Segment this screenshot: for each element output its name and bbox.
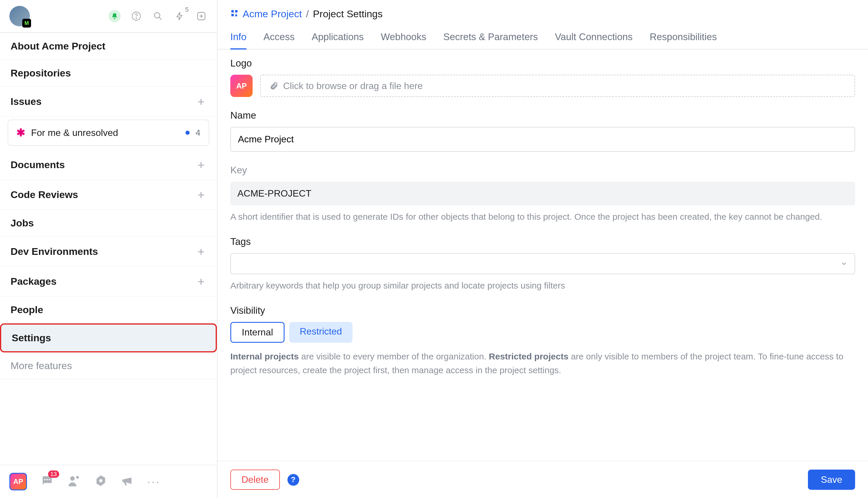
- search-button[interactable]: [152, 10, 164, 22]
- team-button[interactable]: [67, 474, 81, 489]
- logo-dropzone[interactable]: Click to browse or drag a file here: [260, 75, 855, 97]
- project-chip[interactable]: AP: [9, 473, 27, 490]
- sidebar-item-dev-environments[interactable]: Dev Environments＋: [0, 237, 217, 266]
- visibility-restricted[interactable]: Restricted: [289, 322, 352, 343]
- issues-filter-for-me[interactable]: ✱ For me & unresolved 4: [8, 119, 209, 146]
- svg-point-6: [49, 479, 50, 480]
- sidebar-item-label: About Acme Project: [11, 40, 105, 52]
- plus-icon[interactable]: ＋: [196, 244, 206, 259]
- announce-button[interactable]: [121, 474, 134, 489]
- sidebar-item-people[interactable]: People: [0, 297, 217, 324]
- sidebar-item-code-reviews[interactable]: Code Reviews＋: [0, 180, 217, 210]
- visibility-label: Visibility: [230, 305, 855, 316]
- hexagon-icon: [94, 474, 107, 487]
- tab-webhooks[interactable]: Webhooks: [381, 31, 426, 49]
- plus-icon[interactable]: ＋: [196, 187, 206, 202]
- tab-info[interactable]: Info: [230, 31, 246, 50]
- megaphone-icon: [121, 474, 134, 487]
- help-button[interactable]: [130, 10, 142, 22]
- settings-cog-button[interactable]: [94, 474, 107, 489]
- add-button[interactable]: [195, 10, 207, 22]
- svg-point-1: [136, 18, 137, 18]
- main-panel: Acme Project / Project Settings Info Acc…: [218, 0, 868, 498]
- plus-icon[interactable]: ＋: [196, 94, 206, 109]
- sidebar-item-label: More features: [11, 360, 72, 371]
- sidebar-item-about[interactable]: About Acme Project: [0, 33, 217, 60]
- tab-access[interactable]: Access: [263, 31, 295, 49]
- asterisk-icon: ✱: [16, 127, 25, 139]
- avatar-badge: M: [22, 19, 31, 28]
- chats-button[interactable]: 13: [40, 474, 54, 489]
- sidebar-item-label: Packages: [11, 276, 56, 287]
- key-help: A short identifier that is used to gener…: [230, 210, 855, 223]
- svg-point-7: [70, 476, 75, 481]
- sidebar-item-label: Issues: [11, 96, 42, 107]
- visibility-internal[interactable]: Internal: [230, 322, 285, 343]
- breadcrumb: Acme Project / Project Settings: [230, 8, 855, 19]
- sidebar-item-settings[interactable]: Settings: [0, 324, 217, 352]
- name-input[interactable]: [230, 127, 855, 152]
- user-avatar[interactable]: M: [9, 6, 30, 26]
- svg-point-8: [76, 476, 79, 479]
- svg-point-4: [44, 479, 46, 480]
- tabs: Info Access Applications Webhooks Secret…: [218, 19, 868, 50]
- lightning-icon: [175, 11, 184, 21]
- sidebar-topbar: M 5: [0, 0, 217, 33]
- plus-icon[interactable]: ＋: [196, 274, 206, 289]
- plus-icon[interactable]: ＋: [196, 158, 206, 172]
- sidebar-item-label: Settings: [12, 332, 51, 344]
- sidebar-item-label: Repositories: [11, 67, 71, 79]
- quick-actions-badge: 5: [185, 6, 189, 13]
- tab-vault[interactable]: Vault Connections: [555, 31, 632, 49]
- tab-responsibilities[interactable]: Responsibilities: [650, 31, 717, 49]
- project-glyph-icon: [230, 8, 238, 19]
- question-circle-icon: [131, 11, 141, 21]
- chat-badge: 13: [48, 470, 59, 478]
- tags-label: Tags: [230, 236, 855, 247]
- sidebar-item-issues[interactable]: Issues＋: [0, 87, 217, 117]
- quick-actions-button[interactable]: 5: [173, 10, 186, 22]
- issues-filter-label: For me & unresolved: [31, 128, 118, 138]
- logo-preview: AP: [230, 75, 252, 97]
- breadcrumb-sep: /: [306, 8, 309, 19]
- visibility-segment: Internal Restricted: [230, 322, 855, 343]
- visibility-help: Internal projects are visible to every m…: [230, 350, 855, 377]
- sidebar-item-label: Dev Environments: [11, 246, 98, 257]
- help-button[interactable]: ?: [287, 474, 299, 486]
- footer: Delete ? Save: [218, 461, 868, 498]
- tab-secrets[interactable]: Secrets & Parameters: [443, 31, 538, 49]
- sidebar-item-more-features[interactable]: More features: [0, 352, 217, 379]
- tags-select[interactable]: [230, 253, 855, 274]
- notifications-button[interactable]: [108, 10, 121, 22]
- more-button[interactable]: ···: [147, 475, 160, 488]
- key-value: ACME-PROJECT: [230, 182, 855, 205]
- sidebar-item-label: Code Reviews: [11, 189, 78, 200]
- svg-rect-10: [232, 10, 234, 13]
- delete-button[interactable]: Delete: [230, 470, 280, 490]
- bell-icon: [111, 13, 118, 19]
- svg-point-2: [154, 13, 160, 18]
- tags-help: Arbitrary keywords that help you group s…: [230, 279, 855, 292]
- sidebar-item-label: People: [11, 304, 43, 315]
- svg-rect-11: [235, 10, 237, 13]
- sidebar-item-documents[interactable]: Documents＋: [0, 150, 217, 180]
- sidebar-item-repositories[interactable]: Repositories: [0, 60, 217, 87]
- breadcrumb-current: Project Settings: [313, 8, 383, 19]
- sidebar-item-label: Jobs: [11, 218, 34, 229]
- tab-applications[interactable]: Applications: [311, 31, 364, 49]
- save-button[interactable]: Save: [808, 470, 855, 490]
- sidebar-bottombar: AP 13 ···: [0, 464, 217, 498]
- breadcrumb-link[interactable]: Acme Project: [243, 8, 302, 19]
- sidebar-nav: About Acme Project Repositories Issues＋ …: [0, 33, 217, 464]
- ellipsis-icon: ···: [147, 475, 160, 488]
- sidebar: M 5 Abo: [0, 0, 218, 498]
- sidebar-item-label: Documents: [11, 159, 65, 170]
- logo-label: Logo: [230, 58, 855, 69]
- svg-point-9: [99, 479, 103, 482]
- svg-rect-12: [232, 14, 234, 16]
- dropzone-text: Click to browse or drag a file here: [283, 81, 423, 91]
- content: Logo AP Click to browse or drag a file h…: [218, 50, 868, 461]
- plus-square-icon: [196, 11, 206, 21]
- sidebar-item-packages[interactable]: Packages＋: [0, 266, 217, 297]
- sidebar-item-jobs[interactable]: Jobs: [0, 210, 217, 237]
